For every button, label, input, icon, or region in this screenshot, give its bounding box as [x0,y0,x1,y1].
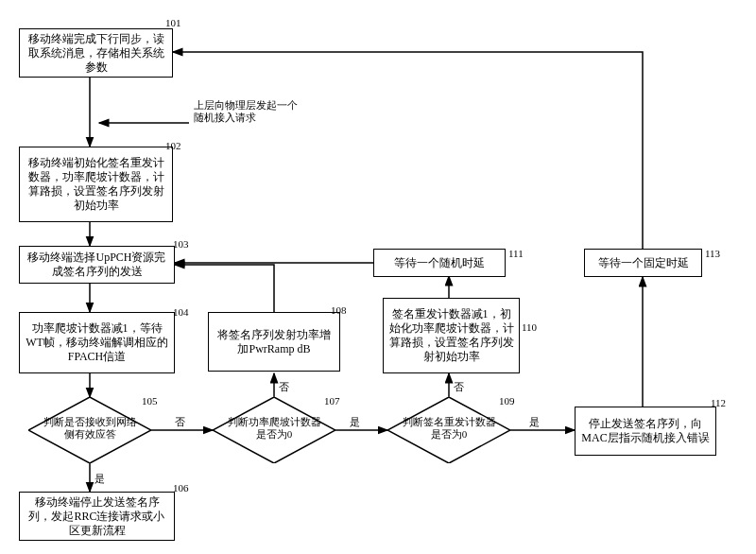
node-113-id: 113 [705,248,720,259]
label-105-no: 否 [175,416,185,428]
label-109-yes: 是 [529,416,540,428]
node-105-text: 判断是否接收到网络侧有效应答 [43,416,137,441]
node-105-id: 105 [142,395,158,407]
node-106-id: 106 [173,482,189,493]
node-108-text: 将签名序列发射功率增加PwrRamp dB [213,328,335,356]
node-111-text: 等待一个随机时延 [394,256,485,270]
node-101-text: 移动终端完成下行同步，读取系统消息，存储相关系统参数 [24,32,168,75]
node-109-id: 109 [499,395,515,407]
label-request: 上层向物理层发起一个随机接入请求 [194,99,307,124]
node-101: 移动终端完成下行同步，读取系统消息，存储相关系统参数 [19,28,173,78]
node-104-id: 104 [173,306,189,318]
node-112: 停止发送签名序列，向MAC层指示随机接入错误 [575,407,716,456]
node-102-id: 102 [165,140,181,151]
node-112-text: 停止发送签名序列，向MAC层指示随机接入错误 [579,417,712,445]
node-110-id: 110 [522,321,537,333]
node-106-text: 移动终端停止发送签名序列，发起RRC连接请求或小区更新流程 [24,495,170,538]
node-106: 移动终端停止发送签名序列，发起RRC连接请求或小区更新流程 [19,492,175,541]
label-105-yes: 是 [94,473,105,485]
flowchart-canvas: 移动终端完成下行同步，读取系统消息，存储相关系统参数 101 移动终端初始化签名… [0,0,756,554]
node-103: 移动终端选择UpPCH资源完成签名序列的发送 [19,246,175,284]
node-109-text: 判断签名重发计数器是否为0 [402,416,496,441]
node-104: 功率爬坡计数器减1，等待WT帧，移动终端解调相应的FPACH信道 [19,312,175,373]
node-112-id: 112 [711,397,726,408]
node-102: 移动终端初始化签名重发计数器，功率爬坡计数器，计算路损，设置签名序列发射初始功率 [19,147,173,222]
node-113: 等待一个固定时延 [584,249,702,277]
node-107-text: 判断功率爬坡计数器是否为0 [227,416,321,441]
node-111: 等待一个随机时延 [373,249,506,277]
node-108: 将签名序列发射功率增加PwrRamp dB [208,312,340,372]
node-107-id: 107 [324,395,340,407]
node-108-id: 108 [331,304,347,316]
node-111-id: 111 [508,248,524,259]
label-109-no: 否 [454,381,464,393]
node-104-text: 功率爬坡计数器减1，等待WT帧，移动终端解调相应的FPACH信道 [24,321,170,364]
node-113-text: 等待一个固定时延 [598,256,689,270]
node-101-id: 101 [165,17,181,28]
node-110-text: 签名重发计数器减1，初始化功率爬坡计数器，计算路损，设置签名序列发射初始功率 [387,307,515,364]
node-102-text: 移动终端初始化签名重发计数器，功率爬坡计数器，计算路损，设置签名序列发射初始功率 [24,156,168,213]
label-107-yes: 是 [350,416,360,428]
node-103-text: 移动终端选择UpPCH资源完成签名序列的发送 [24,251,170,279]
label-107-no: 否 [279,381,289,393]
node-103-id: 103 [173,238,189,250]
node-110: 签名重发计数器减1，初始化功率爬坡计数器，计算路损，设置签名序列发射初始功率 [383,298,520,373]
